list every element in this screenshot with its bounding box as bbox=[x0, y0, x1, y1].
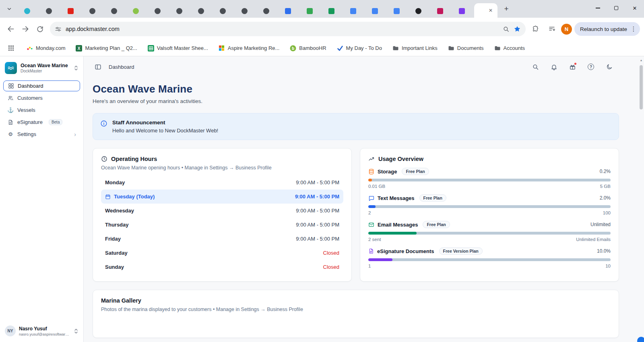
reload-button[interactable] bbox=[33, 22, 47, 36]
page-subtitle: Here's an overview of your marina's acti… bbox=[93, 98, 619, 104]
active-tab[interactable]: ✕ bbox=[474, 3, 497, 18]
sidebar-item-customers[interactable]: Customers bbox=[3, 93, 80, 103]
browser-tab[interactable] bbox=[147, 4, 168, 18]
sidebar-item-dashboard[interactable]: Dashboard bbox=[3, 80, 80, 91]
bookmark-folder-accounts[interactable]: Accounts bbox=[494, 45, 525, 52]
minimize-button[interactable] bbox=[588, 0, 607, 16]
tab-search-button[interactable] bbox=[3, 3, 15, 15]
page-scrollbar[interactable]: ▲ bbox=[638, 56, 644, 342]
forward-button[interactable] bbox=[19, 22, 32, 36]
user-menu[interactable]: NY Nasro Yusuf nasro.yusuf@aspiresoftwar… bbox=[0, 321, 83, 342]
storage-database-icon bbox=[368, 169, 374, 175]
banner-message: Hello and Welcome to New DockMaster Web! bbox=[112, 128, 218, 134]
bookmarks-bar: Monday.com X Marketing Plan _ Q2... Vals… bbox=[0, 40, 644, 56]
browser-tab[interactable] bbox=[38, 4, 60, 18]
site-settings-icon[interactable] bbox=[55, 26, 62, 33]
excel-icon: X bbox=[76, 45, 82, 52]
beta-badge: Beta bbox=[49, 119, 63, 125]
new-tab-button[interactable]: + bbox=[501, 3, 512, 14]
browser-tab[interactable] bbox=[342, 4, 364, 18]
dark-mode-toggle[interactable] bbox=[604, 61, 615, 72]
browser-tab[interactable] bbox=[255, 4, 277, 18]
notifications-button[interactable] bbox=[548, 61, 559, 72]
usage-used: 0.01 GB bbox=[368, 184, 385, 189]
scroll-bottom-button[interactable] bbox=[637, 337, 644, 342]
browser-tab[interactable] bbox=[16, 4, 38, 18]
usage-bar-fill bbox=[368, 205, 376, 208]
sidebar-item-esignature[interactable]: eSignature Beta bbox=[3, 117, 80, 128]
usage-bar bbox=[368, 205, 611, 208]
browser-tab[interactable] bbox=[386, 4, 407, 18]
browser-toolbar: app.dockmaster.com N Relaunch to update … bbox=[0, 18, 644, 40]
browser-tab[interactable] bbox=[277, 4, 299, 18]
bookmark-marketing-plan[interactable]: X Marketing Plan _ Q2... bbox=[76, 45, 137, 52]
back-button[interactable] bbox=[4, 22, 18, 36]
browser-tab[interactable] bbox=[233, 4, 255, 18]
bookmark-folder-documents[interactable]: Documents bbox=[448, 45, 484, 52]
browser-tab[interactable] bbox=[429, 4, 451, 18]
bookmark-label: Monday.com bbox=[36, 45, 65, 51]
breadcrumb: Dashboard bbox=[109, 64, 134, 70]
sidebar-item-settings[interactable]: ⚙ Settings › bbox=[3, 129, 80, 140]
card-title: Marina Gallery bbox=[101, 297, 141, 304]
tab-favicon-pdf bbox=[68, 8, 74, 14]
banner-text: Staff Announcement Hello and Welcome to … bbox=[112, 119, 218, 134]
bookmark-valsoft-sheet[interactable]: Valsoft Master Shee... bbox=[148, 45, 208, 52]
usage-item-text-messages: Text Messages Free Plan 2.0% 2 100 bbox=[368, 194, 611, 215]
browser-tab[interactable] bbox=[451, 4, 473, 18]
sidebar-item-vessels[interactable]: ⚓ Vessels bbox=[3, 105, 80, 115]
browser-tab[interactable] bbox=[125, 4, 147, 18]
hours-time: 9:00 AM - 5:00 PM bbox=[295, 194, 339, 200]
reading-list-button[interactable] bbox=[545, 22, 559, 36]
svg-text:b: b bbox=[292, 46, 294, 50]
browser-tab[interactable] bbox=[168, 4, 190, 18]
browser-tab[interactable] bbox=[364, 4, 386, 18]
extensions-button[interactable] bbox=[529, 22, 543, 36]
usage-name: Text Messages bbox=[378, 195, 415, 201]
bookmark-my-day-todo[interactable]: My Day - To Do bbox=[337, 45, 382, 52]
search-page-icon[interactable] bbox=[503, 26, 510, 33]
app-topbar: Dashboard ? bbox=[84, 56, 644, 77]
browser-tab[interactable] bbox=[212, 4, 233, 18]
close-tab-icon[interactable]: ✕ bbox=[487, 7, 494, 14]
close-window-button[interactable]: ✕ bbox=[625, 0, 644, 16]
hours-day: Wednesday bbox=[105, 208, 134, 214]
hours-row: Friday 9:00 AM - 5:00 PM bbox=[101, 232, 343, 246]
card-subtitle: Ocean Wave Marine opening hours • Manage… bbox=[101, 165, 343, 171]
url-text: app.dockmaster.com bbox=[66, 26, 499, 32]
browser-tab[interactable] bbox=[60, 4, 81, 18]
bookmark-aspire-marketing[interactable]: Aspire Marketing Re... bbox=[219, 45, 280, 52]
browser-tab[interactable] bbox=[190, 4, 212, 18]
browser-tab[interactable] bbox=[81, 4, 103, 18]
org-name: Ocean Wave Marine bbox=[21, 63, 70, 68]
maximize-button[interactable] bbox=[607, 0, 625, 16]
browser-tab[interactable] bbox=[299, 4, 320, 18]
relaunch-to-update-button[interactable]: Relaunch to update ⋮ bbox=[574, 22, 640, 36]
profile-avatar[interactable]: N bbox=[561, 24, 572, 35]
browser-tab[interactable] bbox=[320, 4, 342, 18]
chrome-apps-button[interactable] bbox=[6, 43, 16, 54]
browser-tab[interactable] bbox=[407, 4, 429, 18]
bookmark-label: My Day - To Do bbox=[346, 45, 382, 51]
org-switcher[interactable]: Ocean Wave Marine DockMaster bbox=[0, 56, 83, 79]
whats-new-button[interactable] bbox=[567, 61, 578, 72]
browser-menu-kebab-icon[interactable]: ⋮ bbox=[630, 25, 638, 33]
tab-favicon-globe bbox=[198, 8, 204, 14]
dockmaster-logo bbox=[5, 62, 17, 74]
page-content: Ocean Wave Marine Here's an overview of … bbox=[84, 77, 644, 342]
bookmark-folder-important-links[interactable]: Important Links bbox=[392, 45, 438, 52]
microsoft-icon bbox=[219, 45, 225, 52]
bookmark-monday[interactable]: Monday.com bbox=[27, 45, 65, 52]
scrollbar-up-arrow[interactable]: ▲ bbox=[638, 59, 644, 62]
search-button[interactable] bbox=[530, 61, 541, 72]
hours-row: Saturday Closed bbox=[101, 246, 343, 260]
scrollbar-thumb[interactable] bbox=[640, 65, 643, 109]
folder-icon bbox=[448, 45, 454, 52]
address-bar[interactable]: app.dockmaster.com bbox=[50, 22, 526, 36]
sidebar-toggle-button[interactable] bbox=[93, 62, 103, 72]
bookmark-bamboohr[interactable]: b BambooHR bbox=[290, 45, 326, 52]
usage-limit: 100 bbox=[603, 210, 611, 215]
browser-tab[interactable] bbox=[103, 4, 125, 18]
bookmark-star-icon[interactable] bbox=[514, 25, 521, 33]
help-button[interactable]: ? bbox=[585, 61, 597, 72]
